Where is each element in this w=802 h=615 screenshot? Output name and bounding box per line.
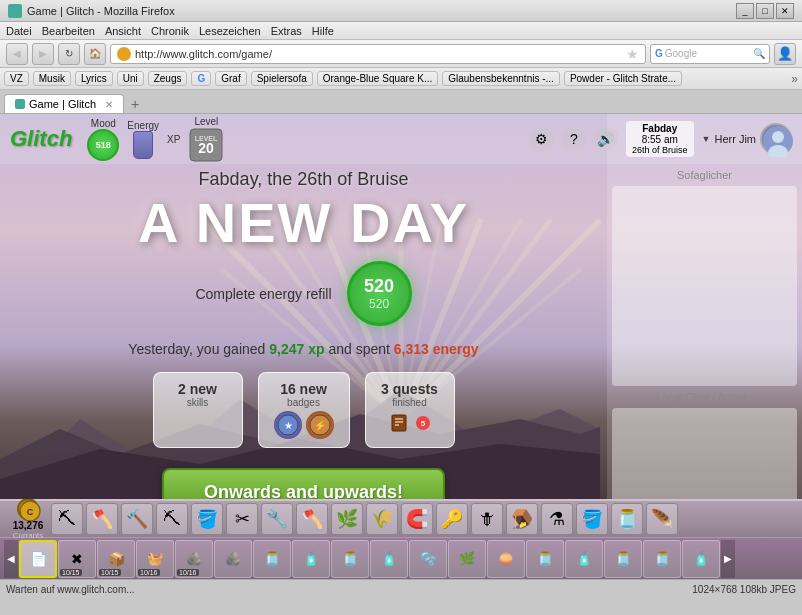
tool-slot-10[interactable]: 🌾 [366,503,398,535]
inv-item-11[interactable]: 🌿 [448,540,486,578]
bookmarks-overflow[interactable]: » [791,72,798,86]
xp-stat: XP [167,134,180,145]
inv-nav-left[interactable]: ◀ [4,540,18,578]
tool-slot-7[interactable]: 🔧 [261,503,293,535]
tool-slot-8[interactable]: 🪓 [296,503,328,535]
bookmark-lyrics[interactable]: Lyrics [75,71,113,86]
inv-item-5[interactable]: 🪨 [214,540,252,578]
tool-slot-18[interactable]: 🪶 [646,503,678,535]
tool-slot-16[interactable]: 🪣 [576,503,608,535]
inv-item-3[interactable]: 🧺10/16 [136,540,174,578]
tab-label: Game | Glitch [29,98,96,110]
search-bar[interactable]: G Google 🔍 [650,44,770,64]
profile-icon[interactable]: 👤 [774,43,796,65]
inv-item-12[interactable]: 🧅 [487,540,525,578]
badges-label: badges [274,397,334,408]
bookmark-uni[interactable]: Uni [117,71,144,86]
tool-slot-4[interactable]: ⛏ [156,503,188,535]
address-favicon [117,47,131,61]
menu-lesezeichen[interactable]: Lesezeichen [199,25,261,37]
new-tab-button[interactable]: + [126,95,144,113]
inv-item-6[interactable]: 🫙 [253,540,291,578]
address-bar[interactable]: http://www.glitch.com/game/ ★ [110,44,646,64]
inv-item-0[interactable]: 📄 [19,540,57,578]
game-tab[interactable]: Game | Glitch ✕ [4,94,124,113]
badges-num: 16 new [274,381,334,397]
bookmark-musik[interactable]: Musik [33,71,71,86]
book-icon [389,411,413,435]
tool-slot-3[interactable]: 🔨 [121,503,153,535]
inv-item-14[interactable]: 🧴 [565,540,603,578]
star-icon[interactable]: ★ [626,46,639,62]
tool-slot-15[interactable]: ⚗ [541,503,573,535]
sound-icon[interactable]: 🔊 [594,127,618,151]
tool-slot-9[interactable]: 🌿 [331,503,363,535]
window-controls[interactable]: _ □ ✕ [736,3,794,19]
bookmark-google[interactable]: G [191,71,211,86]
bookmark-powder[interactable]: Powder - Glitch Strate... [564,71,682,86]
menu-ansicht[interactable]: Ansicht [105,25,141,37]
game-area: Glitch Mood 518 Energy XP Level [0,114,802,499]
currant-coin: C [17,498,39,520]
tool-slot-6[interactable]: ✂ [226,503,258,535]
user-box[interactable]: ▼ Herr Jim [702,123,792,155]
menu-datei[interactable]: Datei [6,25,32,37]
tool-slot-1[interactable]: ⛏ [51,503,83,535]
currant-value: 13,276 [13,520,44,531]
skills-achievement: 2 new skills [153,372,243,448]
tool-slot-11[interactable]: 🧲 [401,503,433,535]
bookmark-zeugs[interactable]: Zeugs [148,71,188,86]
chat-area[interactable] [612,186,797,386]
inv-item-7[interactable]: 🧴 [292,540,330,578]
close-button[interactable]: ✕ [776,3,794,19]
tool-slot-5[interactable]: 🪣 [191,503,223,535]
date-day: Fabday [632,123,688,134]
minimize-button[interactable]: _ [736,3,754,19]
reload-button[interactable]: ↻ [58,43,80,65]
sidebar-label-2: Local Chat / Activity [612,391,797,403]
browser-toolbar: ◀ ▶ ↻ 🏠 http://www.glitch.com/game/ ★ G … [0,40,802,68]
forward-button[interactable]: ▶ [32,43,54,65]
back-button[interactable]: ◀ [6,43,28,65]
bookmark-graf[interactable]: Graf [215,71,246,86]
menu-hilfe[interactable]: Hilfe [312,25,334,37]
help-icon[interactable]: ? [562,127,586,151]
activity-area[interactable] [612,408,797,499]
dropdown-arrow: ▼ [702,134,711,144]
inv-item-10[interactable]: 🫧 [409,540,447,578]
maximize-button[interactable]: □ [756,3,774,19]
inv-nav-right[interactable]: ▶ [721,540,735,578]
inv-item-8[interactable]: 🫙 [331,540,369,578]
menu-chronik[interactable]: Chronik [151,25,189,37]
inv-item-9[interactable]: 🧴 [370,540,408,578]
inv-item-16[interactable]: 🫙 [643,540,681,578]
home-button[interactable]: 🏠 [84,43,106,65]
bookmark-orange[interactable]: Orange-Blue Square K... [317,71,439,86]
tool-slot-12[interactable]: 🔑 [436,503,468,535]
inv-item-13[interactable]: 🫙 [526,540,564,578]
badge-icon-1: ★ [274,411,302,439]
hud-stats: Mood 518 Energy XP Level [87,116,224,163]
menu-bearbeiten[interactable]: Bearbeiten [42,25,95,37]
energy-max: 520 [369,297,389,311]
tab-close-button[interactable]: ✕ [105,99,113,110]
tool-slot-2[interactable]: 🪓 [86,503,118,535]
inv-item-15[interactable]: 🫙 [604,540,642,578]
inv-item-17[interactable]: 🧴 [682,540,720,578]
game-content: Fabday, the 26th of Bruise A NEW DAY Com… [10,169,597,494]
settings-icon[interactable]: ⚙ [530,127,554,151]
mood-circle: 518 [87,129,119,161]
bookmark-spielersofa[interactable]: Spielersofa [251,71,313,86]
bookmark-glaubens[interactable]: Glaubensbekenntnis -... [442,71,560,86]
xp-gained: 9,247 xp [269,341,324,357]
bookmark-vz[interactable]: VZ [4,71,29,86]
tool-slot-13[interactable]: 🗡 [471,503,503,535]
quest-icons: 5 [381,411,439,435]
inv-item-1[interactable]: ✖ 10/15 [58,540,96,578]
onward-button[interactable]: Onwards and upwards! [162,468,445,499]
inv-item-2[interactable]: 📦10/15 [97,540,135,578]
menu-extras[interactable]: Extras [271,25,302,37]
inv-item-4[interactable]: 🪨10/16 [175,540,213,578]
tool-slot-17[interactable]: 🫙 [611,503,643,535]
tool-slot-14[interactable]: 🪤 [506,503,538,535]
